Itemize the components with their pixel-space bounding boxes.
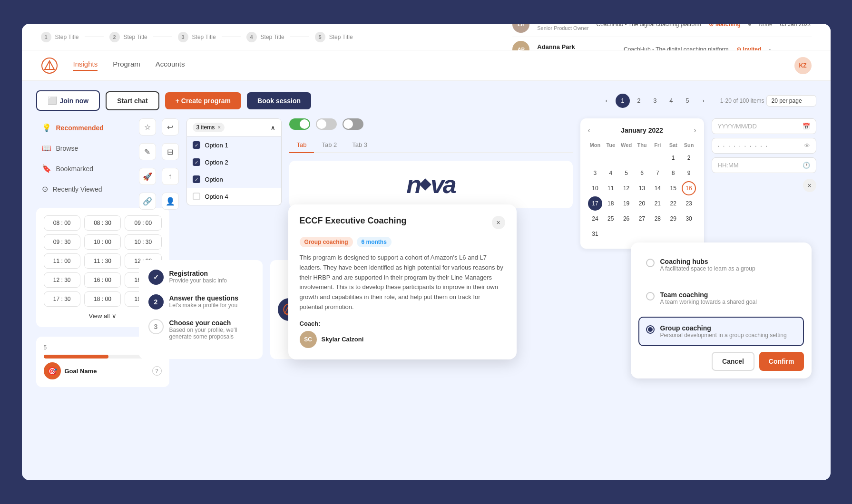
dropdown-wrapper: 3 items × ∧ ✓ Option 1 ✓ [186,118,282,205]
cal-day-1[interactable]: 1 [666,151,680,165]
cal-day-18[interactable]: 18 [604,196,618,211]
password-input[interactable]: · · · · · · · · · · 👁 [712,138,816,154]
step-1-circle: ✓ [148,270,164,285]
cal-day-14[interactable]: 14 [650,181,665,195]
cal-day-10[interactable]: 10 [588,181,602,195]
datetime-close-button[interactable]: × [803,179,816,192]
cal-day-2[interactable]: 2 [682,151,696,165]
cal-day-22[interactable]: 22 [666,196,680,211]
tab-accounts[interactable]: Accounts [156,60,185,71]
time-slot-1730[interactable]: 17 : 30 [44,291,80,307]
dropdown-option-4[interactable]: Option 4 [187,188,281,205]
page-5[interactable]: 5 [680,94,695,108]
toggle-off[interactable] [316,118,337,130]
sidebar-item-recently-viewed[interactable]: ⊙ Recently Viewed [36,180,131,198]
radio-circle-3 [646,325,655,334]
cal-day-15[interactable]: 15 [666,181,680,195]
cal-day-8[interactable]: 8 [666,166,680,180]
time-slot-1130[interactable]: 11 : 30 [84,253,121,269]
link-button[interactable]: 🔗 [139,193,156,210]
cal-day-28[interactable]: 28 [650,212,665,226]
time-slot-0830[interactable]: 08 : 30 [84,215,121,231]
star-button[interactable]: ☆ [139,118,156,136]
create-program-button[interactable]: + Create program [165,92,241,109]
tab-program[interactable]: Program [113,60,140,71]
cal-day-27[interactable]: 27 [635,212,649,226]
cal-day-31[interactable]: 31 [588,227,602,241]
tab-insights[interactable]: Insights [73,60,98,71]
page-prev[interactable]: ‹ [599,94,614,108]
cal-day-24[interactable]: 24 [588,212,602,226]
step-5[interactable]: 5 Step Title [315,32,353,42]
time-slot-1800[interactable]: 18 : 00 [84,291,121,307]
radio-group-coaching[interactable]: Group coaching Personal development in a… [638,317,804,346]
page-2[interactable]: 2 [632,94,646,108]
cal-day-23[interactable]: 23 [682,196,696,211]
sidebar-item-browse[interactable]: 📖 Browse [36,139,131,157]
sidebar-item-bookmarked[interactable]: 🔖 Bookmarked [36,159,131,178]
cal-day-3[interactable]: 3 [588,166,602,180]
radio-coaching-hubs[interactable]: Coaching hubs A facilitated space to lea… [638,250,804,280]
upload-button[interactable]: ↑ [162,168,179,185]
tab-1[interactable]: Tab [289,137,314,153]
dropdown-option-2[interactable]: ✓ Option 2 [187,154,281,171]
person-button[interactable]: 👤 [162,193,179,210]
confirm-button[interactable]: Confirm [759,352,804,371]
page-3[interactable]: 3 [648,94,662,108]
cal-day-30[interactable]: 30 [682,212,696,226]
cal-day-20[interactable]: 20 [635,196,649,211]
cal-day-17[interactable]: 17 [588,196,602,211]
date-input[interactable]: YYYY/MM/DD 📅 [712,118,816,134]
page-1[interactable]: 1 [616,94,630,108]
cal-day-26[interactable]: 26 [619,212,634,226]
dropdown-clear[interactable]: × [217,124,221,131]
filter-button[interactable]: ⊟ [162,143,179,160]
time-slot-0930[interactable]: 09 : 30 [44,234,80,250]
time-slot-1600[interactable]: 16 : 00 [84,272,121,288]
pencil-button[interactable]: ✎ [139,143,156,160]
dropdown-trigger[interactable]: 3 items × ∧ [186,118,282,136]
book-session-button[interactable]: Book session [247,92,311,109]
page-next[interactable]: › [696,94,711,108]
time-input[interactable]: HH:MM 🕐 [712,157,816,173]
cal-day-12[interactable]: 12 [619,181,634,195]
toggle-off-dark[interactable] [343,118,363,130]
tab-3[interactable]: Tab 3 [344,137,375,153]
time-slot-0800[interactable]: 08 : 00 [44,215,80,231]
cal-day-9[interactable]: 9 [682,166,696,180]
toggle-on[interactable] [289,118,310,130]
step-4[interactable]: 4 Step Title [246,32,284,42]
per-page-select[interactable]: 20 per page 10 per page 50 per page [766,95,816,107]
cal-day-6[interactable]: 6 [635,166,649,180]
reply-button[interactable]: ↩ [162,118,179,136]
time-slot-1000[interactable]: 10 : 00 [84,234,121,250]
tab-2[interactable]: Tab 2 [314,137,344,153]
cal-day-13[interactable]: 13 [635,181,649,195]
cal-day-29[interactable]: 29 [666,212,680,226]
cal-day-25[interactable]: 25 [604,212,618,226]
step-3[interactable]: 3 Step Title [178,32,216,42]
cal-day-16[interactable]: 16 [682,181,696,195]
dropdown-option-3[interactable]: ✓ Option [187,171,281,188]
start-chat-button[interactable]: Start chat [106,91,159,110]
time-slot-1230[interactable]: 12 : 30 [44,272,80,288]
step-1[interactable]: 1 Step Title [41,32,79,42]
cal-day-7[interactable]: 7 [650,166,665,180]
calendar-prev[interactable]: ‹ [588,126,590,135]
dropdown-option-1[interactable]: ✓ Option 1 [187,136,281,154]
cal-day-5[interactable]: 5 [619,166,634,180]
cal-day-19[interactable]: 19 [619,196,634,211]
cal-day-4[interactable]: 4 [604,166,618,180]
sidebar-item-recommended[interactable]: 💡 Recommended [36,118,131,137]
cal-day-11[interactable]: 11 [604,181,618,195]
cancel-button[interactable]: Cancel [712,352,754,371]
calendar-next[interactable]: › [694,126,696,135]
cal-day-21[interactable]: 21 [650,196,665,211]
page-4[interactable]: 4 [664,94,678,108]
modal-close-button[interactable]: × [492,216,505,229]
join-now-button[interactable]: ⬜ Join now [36,90,100,111]
rocket-button[interactable]: 🚀 [139,168,156,185]
time-slot-1100[interactable]: 11 : 00 [44,253,80,269]
step-2[interactable]: 2 Step Title [109,32,147,42]
radio-team-coaching[interactable]: Team coaching A team working towards a s… [638,283,804,313]
